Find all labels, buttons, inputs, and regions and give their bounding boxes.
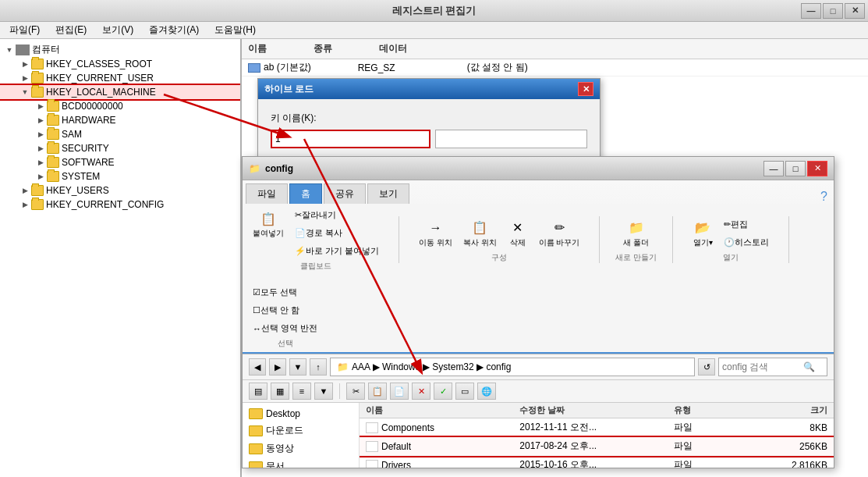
invert-select-btn[interactable]: ↔ 선택 영역 반전 (249, 320, 321, 336)
recent-button[interactable]: ▼ (289, 358, 306, 376)
refresh-button[interactable]: ↺ (698, 358, 715, 376)
expand-system[interactable]: ▶ (34, 170, 47, 183)
paste-shortcut-btn[interactable]: ⚡ 바로 가기 붙여넣기 (291, 243, 383, 259)
registry-tree[interactable]: ▼ 컴퓨터 ▶ HKEY_CLASSES_ROOT ▶ HKEY_CURRENT… (0, 39, 242, 477)
expand-sam[interactable]: ▶ (34, 128, 47, 141)
ribbon-paste-btn[interactable]: 📋 붙여넣기 (249, 207, 288, 259)
app-title: 레지스트리 편집기 (392, 4, 477, 18)
tree-item-hkcc[interactable]: ▶ HKEY_CURRENT_CONFIG (0, 198, 240, 212)
sidebar-docs[interactable]: 문서 (243, 457, 359, 468)
view-panel-btn[interactable]: ▤ (249, 383, 267, 400)
delete-toolbar-btn[interactable]: ✕ (412, 383, 430, 400)
hive-dialog-close[interactable]: ✕ (578, 82, 593, 96)
expand-hklm[interactable]: ▼ (19, 86, 31, 98)
tree-item-software[interactable]: ▶ SOFTWARE (0, 155, 240, 169)
expand-hkcc[interactable]: ▶ (19, 198, 31, 211)
sidebar-downloads-label: 다운로드 (266, 424, 303, 437)
address-path[interactable]: 📁 AAA ▶ Windows ▶ System32 ▶ config (330, 358, 695, 376)
checkmark-btn[interactable]: ✓ (434, 383, 452, 400)
edit-btn[interactable]: ✏ 편집 (720, 216, 773, 233)
file-row-components[interactable]: Components2012-11-11 오전...파일8KB (360, 418, 834, 437)
tree-item-bcd[interactable]: ▶ BCD00000000 (0, 99, 240, 113)
file-row-drivers[interactable]: Drivers2015-10-16 오후...파일2,816KB (360, 456, 834, 468)
tree-item-system[interactable]: ▶ SYSTEM (0, 169, 240, 183)
sidebar-videos[interactable]: 동영상 (243, 440, 359, 457)
ribbon-tab-view[interactable]: 보기 (367, 183, 409, 204)
search-input[interactable] (722, 361, 800, 372)
sidebar-desktop[interactable]: Desktop (243, 406, 359, 422)
expand-hku[interactable]: ▶ (19, 184, 31, 197)
tree-item-hardware[interactable]: ▶ HARDWARE (0, 113, 240, 127)
explorer-title: config (265, 163, 293, 174)
move-btn[interactable]: → 이동 위치 (415, 216, 456, 251)
title-bar-buttons[interactable]: — □ ✕ (801, 3, 865, 19)
menu-help[interactable]: 도움말(H) (208, 22, 262, 38)
copy-path-btn[interactable]: 📄 경로 복사 (291, 225, 383, 241)
tree-item-hku[interactable]: ▶ HKEY_USERS (0, 183, 240, 198)
history-btn[interactable]: 🕐 히스토리 (720, 234, 773, 251)
select-none-btn[interactable]: ☐ 선택 안 함 (249, 302, 321, 319)
copy-btn[interactable]: 📋 복사 위치 (459, 216, 501, 251)
ribbon-tab-home[interactable]: 홈 (289, 183, 322, 204)
history-icon: 🕐 (724, 237, 735, 247)
new-folder-btn[interactable]: 📁 새 폴더 (619, 216, 653, 251)
search-icon: 🔍 (803, 361, 815, 372)
close-button[interactable]: ✕ (845, 3, 865, 19)
file-row-default[interactable]: Default2017-08-24 오후...파일256KB (360, 437, 834, 456)
explorer-minimize[interactable]: — (763, 161, 784, 176)
reg-value-data: (값 설정 안 됨) (467, 61, 530, 74)
maximize-button[interactable]: □ (823, 3, 843, 19)
tree-item-security[interactable]: ▶ SECURITY (0, 141, 240, 155)
explorer-win-btns[interactable]: — □ ✕ (763, 161, 827, 176)
preview-btn[interactable]: ▦ (271, 383, 289, 400)
expand-security[interactable]: ▶ (34, 142, 47, 155)
menu-view[interactable]: 보기(V) (96, 22, 140, 38)
cut-btn[interactable]: ✂ 잘라내기 (291, 207, 383, 223)
rename-btn[interactable]: ✏ 이름 바꾸기 (535, 216, 584, 251)
back-button[interactable]: ◀ (249, 358, 266, 376)
tree-item-computer[interactable]: ▼ 컴퓨터 (0, 42, 240, 57)
paste-toolbar-btn[interactable]: 📄 (390, 383, 409, 400)
sidebar-desktop-label: Desktop (266, 408, 300, 419)
open-btn[interactable]: 📂 열기▾ (689, 216, 717, 251)
file-explorer[interactable]: 📁 config — □ ✕ 파일 홈 공유 보기 ? (242, 156, 834, 468)
select-all-btn[interactable]: ☑ 모두 선택 (249, 284, 321, 301)
expand-computer[interactable]: ▼ (3, 44, 16, 56)
view-dropdown-btn[interactable]: ▼ (314, 383, 333, 400)
explorer-body: Desktop 다운로드 동영상 문서 사진 (243, 403, 834, 468)
expand-software[interactable]: ▶ (34, 156, 47, 169)
delete-btn[interactable]: ✕ 삭제 (504, 216, 532, 251)
copy-toolbar-btn[interactable]: 📋 (368, 383, 387, 400)
key-name-input[interactable] (271, 130, 430, 148)
ribbon-tab-share[interactable]: 공유 (324, 183, 366, 204)
forward-button[interactable]: ▶ (269, 358, 286, 376)
key-name-extra-input[interactable] (435, 130, 587, 148)
globe-btn[interactable]: 🌐 (477, 383, 496, 400)
tree-item-hkcr[interactable]: ▶ HKEY_CLASSES_ROOT (0, 57, 240, 71)
menu-edit[interactable]: 편집(E) (49, 22, 93, 38)
file-rows-container: Components2012-11-11 오전...파일8KBDefault20… (360, 418, 834, 468)
tree-label-hardware: HARDWARE (62, 115, 116, 126)
tree-item-sam[interactable]: ▶ SAM (0, 127, 240, 141)
reg-row-default[interactable]: ab (기본값) REG_SZ (값 설정 안 됨) (242, 59, 868, 77)
cut-toolbar-btn[interactable]: ✂ (346, 383, 365, 400)
tree-label-security: SECURITY (62, 143, 109, 154)
explorer-close[interactable]: ✕ (807, 161, 827, 176)
expand-bcd[interactable]: ▶ (34, 100, 47, 112)
view-mode-btn[interactable]: ▭ (455, 383, 474, 400)
sidebar-downloads[interactable]: 다운로드 (243, 422, 359, 440)
expand-hardware[interactable]: ▶ (34, 114, 47, 126)
detail-btn[interactable]: ≡ (292, 383, 311, 400)
menu-favorites[interactable]: 즐겨찾기(A) (143, 22, 205, 38)
expand-hkcu[interactable]: ▶ (19, 72, 31, 84)
tree-item-hklm[interactable]: ▼ HKEY_LOCAL_MACHINE (0, 85, 240, 99)
ribbon-tab-file[interactable]: 파일 (246, 183, 288, 204)
menu-file[interactable]: 파일(F) (3, 22, 46, 38)
tree-item-hkcu[interactable]: ▶ HKEY_CURRENT_USER (0, 71, 240, 85)
explorer-maximize[interactable]: □ (785, 161, 806, 176)
expand-hkcr[interactable]: ▶ (19, 58, 31, 70)
up-button[interactable]: ↑ (310, 358, 327, 376)
help-icon[interactable]: ? (820, 190, 827, 204)
select-all-icon: ☑ (253, 287, 260, 297)
minimize-button[interactable]: — (801, 3, 821, 19)
